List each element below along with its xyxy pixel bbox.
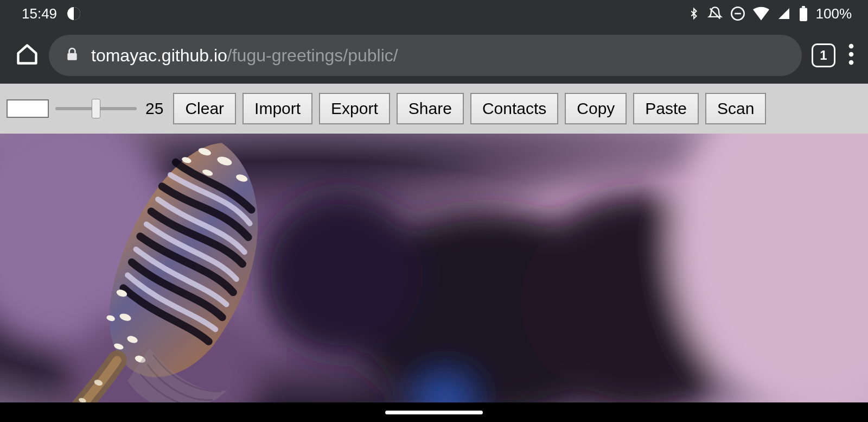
url-path: /fugu-greetings/public/ bbox=[227, 46, 398, 65]
brush-size-value: 25 bbox=[145, 99, 163, 118]
share-button[interactable]: Share bbox=[397, 93, 464, 124]
data-saver-icon bbox=[67, 7, 81, 21]
svg-point-12 bbox=[260, 193, 423, 356]
do-not-disturb-icon bbox=[730, 6, 745, 21]
svg-rect-4 bbox=[802, 6, 805, 8]
svg-rect-5 bbox=[67, 53, 76, 60]
canvas-area[interactable] bbox=[0, 134, 868, 402]
paste-button[interactable]: Paste bbox=[633, 93, 699, 124]
lock-icon bbox=[65, 46, 79, 65]
bluetooth-icon bbox=[688, 6, 700, 21]
browser-toolbar: tomayac.github.io/fugu-greetings/public/… bbox=[0, 27, 868, 84]
svg-point-8 bbox=[849, 60, 854, 65]
svg-point-6 bbox=[849, 44, 854, 49]
home-icon[interactable] bbox=[15, 42, 39, 68]
battery-percent: 100% bbox=[816, 5, 852, 22]
url-text: tomayac.github.io/fugu-greetings/public/ bbox=[91, 46, 398, 66]
status-time: 15:49 bbox=[22, 5, 57, 22]
color-picker[interactable] bbox=[7, 99, 49, 118]
battery-icon bbox=[799, 6, 808, 21]
contacts-button[interactable]: Contacts bbox=[470, 93, 558, 124]
copy-button[interactable]: Copy bbox=[565, 93, 627, 124]
url-host: tomayac.github.io bbox=[91, 46, 227, 65]
notifications-off-icon bbox=[707, 6, 723, 21]
android-status-bar: 15:49 100% bbox=[0, 0, 868, 27]
import-button[interactable]: Import bbox=[242, 93, 312, 124]
clear-button[interactable]: Clear bbox=[173, 93, 236, 124]
wifi-icon bbox=[753, 7, 769, 21]
cell-signal-icon bbox=[777, 7, 791, 20]
address-bar[interactable]: tomayac.github.io/fugu-greetings/public/ bbox=[49, 35, 802, 76]
scan-button[interactable]: Scan bbox=[705, 93, 766, 124]
tab-count-value: 1 bbox=[820, 48, 827, 63]
gesture-nav-pill[interactable] bbox=[385, 411, 483, 414]
svg-rect-3 bbox=[800, 8, 807, 22]
overflow-menu-icon[interactable] bbox=[845, 43, 857, 67]
tab-switcher-button[interactable]: 1 bbox=[812, 43, 835, 67]
brush-size-slider[interactable] bbox=[55, 100, 137, 117]
export-button[interactable]: Export bbox=[319, 93, 390, 124]
app-toolbar: 25 Clear Import Export Share Contacts Co… bbox=[0, 84, 868, 134]
svg-point-7 bbox=[849, 52, 854, 57]
android-nav-bar bbox=[0, 402, 868, 422]
